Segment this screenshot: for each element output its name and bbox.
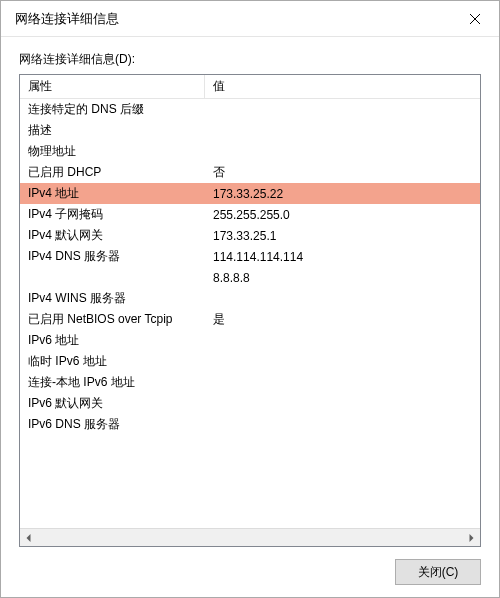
table-row[interactable]: IPv6 默认网关 — [20, 393, 480, 414]
property-cell: 连接特定的 DNS 后缀 — [20, 101, 205, 118]
property-cell: 已启用 DHCP — [20, 164, 205, 181]
property-cell: IPv4 子网掩码 — [20, 206, 205, 223]
property-cell: 物理地址 — [20, 143, 205, 160]
property-cell: 临时 IPv6 地址 — [20, 353, 205, 370]
property-cell: IPv4 地址 — [20, 185, 205, 202]
table-row[interactable]: IPv4 WINS 服务器 — [20, 288, 480, 309]
property-cell: IPv6 DNS 服务器 — [20, 416, 205, 433]
column-header-property[interactable]: 属性 — [20, 75, 205, 98]
list-header: 属性 值 — [20, 75, 480, 99]
close-button[interactable]: 关闭(C) — [395, 559, 481, 585]
table-row[interactable]: IPv4 子网掩码255.255.255.0 — [20, 204, 480, 225]
table-row[interactable]: IPv4 默认网关173.33.25.1 — [20, 225, 480, 246]
table-row[interactable]: 已启用 NetBIOS over Tcpip是 — [20, 309, 480, 330]
value-cell: 173.33.25.1 — [205, 229, 480, 243]
table-row[interactable]: 临时 IPv6 地址 — [20, 351, 480, 372]
property-cell: 已启用 NetBIOS over Tcpip — [20, 311, 205, 328]
scroll-right-button[interactable] — [462, 529, 480, 546]
content-area: 网络连接详细信息(D): 属性 值 连接特定的 DNS 后缀描述物理地址已启用 … — [1, 37, 499, 597]
value-cell: 否 — [205, 164, 480, 181]
column-header-value[interactable]: 值 — [205, 75, 480, 98]
value-cell: 114.114.114.114 — [205, 250, 480, 264]
list-body[interactable]: 连接特定的 DNS 后缀描述物理地址已启用 DHCP否IPv4 地址173.33… — [20, 99, 480, 528]
value-cell: 8.8.8.8 — [205, 271, 480, 285]
section-label: 网络连接详细信息(D): — [19, 51, 481, 68]
value-cell: 173.33.25.22 — [205, 187, 480, 201]
property-cell: 连接-本地 IPv6 地址 — [20, 374, 205, 391]
dialog-window: 网络连接详细信息 网络连接详细信息(D): 属性 值 连接特定的 DNS 后缀描… — [0, 0, 500, 598]
titlebar: 网络连接详细信息 — [1, 1, 499, 37]
property-cell: IPv4 DNS 服务器 — [20, 248, 205, 265]
scroll-track[interactable] — [38, 529, 462, 546]
property-cell: IPv4 WINS 服务器 — [20, 290, 205, 307]
table-row[interactable]: 物理地址 — [20, 141, 480, 162]
table-row[interactable]: IPv6 地址 — [20, 330, 480, 351]
value-cell: 255.255.255.0 — [205, 208, 480, 222]
table-row[interactable]: 8.8.8.8 — [20, 267, 480, 288]
details-list: 属性 值 连接特定的 DNS 后缀描述物理地址已启用 DHCP否IPv4 地址1… — [19, 74, 481, 547]
scroll-left-button[interactable] — [20, 529, 38, 546]
table-row[interactable]: IPv4 DNS 服务器114.114.114.114 — [20, 246, 480, 267]
table-row[interactable]: IPv4 地址173.33.25.22 — [20, 183, 480, 204]
close-icon[interactable] — [459, 3, 491, 35]
table-row[interactable]: 连接-本地 IPv6 地址 — [20, 372, 480, 393]
svg-marker-3 — [470, 534, 474, 542]
property-cell: IPv6 地址 — [20, 332, 205, 349]
value-cell: 是 — [205, 311, 480, 328]
horizontal-scrollbar[interactable] — [20, 528, 480, 546]
table-row[interactable]: 连接特定的 DNS 后缀 — [20, 99, 480, 120]
button-row: 关闭(C) — [19, 547, 481, 585]
window-title: 网络连接详细信息 — [15, 10, 119, 28]
property-cell: IPv4 默认网关 — [20, 227, 205, 244]
table-row[interactable]: 描述 — [20, 120, 480, 141]
table-row[interactable]: 已启用 DHCP否 — [20, 162, 480, 183]
table-row[interactable]: IPv6 DNS 服务器 — [20, 414, 480, 435]
property-cell: 描述 — [20, 122, 205, 139]
svg-marker-2 — [27, 534, 31, 542]
property-cell: IPv6 默认网关 — [20, 395, 205, 412]
